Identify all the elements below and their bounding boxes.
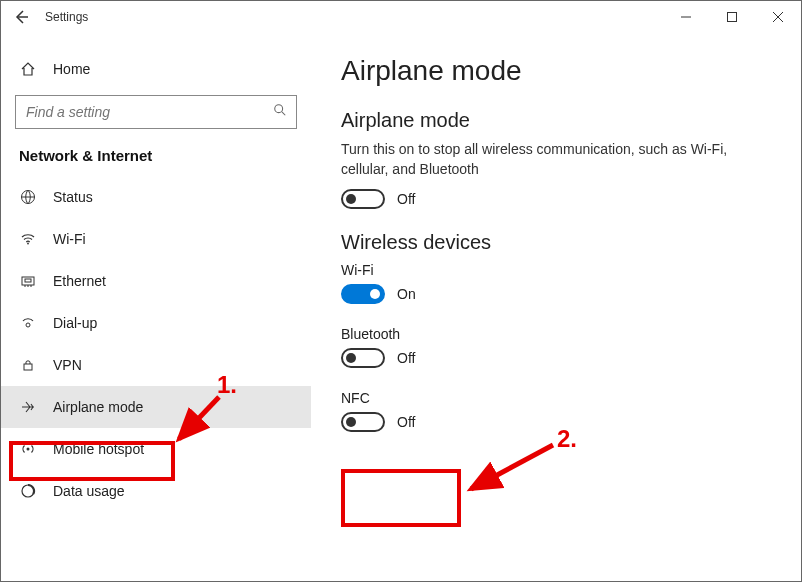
- bluetooth-label: Bluetooth: [341, 326, 771, 342]
- home-button[interactable]: Home: [1, 49, 311, 89]
- nav-label: Status: [53, 189, 93, 205]
- nav-label: Ethernet: [53, 273, 106, 289]
- airplane-description: Turn this on to stop all wireless commun…: [341, 140, 741, 179]
- section-wireless-title: Wireless devices: [341, 231, 771, 254]
- svg-point-8: [27, 448, 30, 451]
- nav-label: Dial-up: [53, 315, 97, 331]
- airplane-toggle[interactable]: [341, 189, 385, 209]
- nav-label: Airplane mode: [53, 399, 143, 415]
- svg-rect-7: [24, 364, 32, 370]
- nav-item-status[interactable]: Status: [1, 176, 311, 218]
- wifi-toggle[interactable]: [341, 284, 385, 304]
- nav-label: Wi-Fi: [53, 231, 86, 247]
- bluetooth-toggle-state: Off: [397, 350, 415, 366]
- arrow-left-icon: [13, 9, 29, 25]
- svg-rect-4: [22, 277, 34, 285]
- wifi-label: Wi-Fi: [341, 262, 771, 278]
- nfc-toggle-state: Off: [397, 414, 415, 430]
- vpn-icon: [19, 357, 37, 373]
- nav-item-mobile-hotspot[interactable]: Mobile hotspot: [1, 428, 311, 470]
- airplane-toggle-state: Off: [397, 191, 415, 207]
- svg-rect-0: [728, 13, 737, 22]
- window-title: Settings: [41, 10, 88, 24]
- maximize-icon: [727, 12, 737, 22]
- bluetooth-toggle[interactable]: [341, 348, 385, 368]
- hotspot-icon: [19, 441, 37, 457]
- minimize-button[interactable]: [663, 1, 709, 33]
- nfc-label: NFC: [341, 390, 771, 406]
- nav-item-data-usage[interactable]: Data usage: [1, 470, 311, 512]
- wifi-toggle-state: On: [397, 286, 416, 302]
- close-icon: [773, 12, 783, 22]
- wifi-icon: [19, 231, 37, 247]
- nfc-toggle-row: Off: [341, 412, 771, 432]
- back-button[interactable]: [1, 9, 41, 25]
- airplane-toggle-row: Off: [341, 189, 771, 209]
- nfc-toggle[interactable]: [341, 412, 385, 432]
- title-bar: Settings: [1, 1, 801, 33]
- svg-point-6: [26, 323, 30, 327]
- airplane-icon: [19, 399, 37, 415]
- search-wrapper: [15, 95, 297, 129]
- maximize-button[interactable]: [709, 1, 755, 33]
- data-usage-icon: [19, 483, 37, 499]
- sidebar: Home Network & Internet Status Wi-Fi Eth…: [1, 33, 311, 581]
- section-airplane-title: Airplane mode: [341, 109, 771, 132]
- home-icon: [19, 61, 37, 77]
- nav-label: VPN: [53, 357, 82, 373]
- svg-point-1: [275, 105, 283, 113]
- window-controls: [663, 1, 801, 33]
- globe-icon: [19, 189, 37, 205]
- nav-label: Data usage: [53, 483, 125, 499]
- dialup-icon: [19, 315, 37, 331]
- minimize-icon: [681, 12, 691, 22]
- nav-item-ethernet[interactable]: Ethernet: [1, 260, 311, 302]
- nav-item-dialup[interactable]: Dial-up: [1, 302, 311, 344]
- svg-point-3: [27, 243, 29, 245]
- category-title: Network & Internet: [1, 139, 311, 176]
- page-title: Airplane mode: [341, 55, 771, 87]
- home-label: Home: [53, 61, 90, 77]
- close-button[interactable]: [755, 1, 801, 33]
- nav-item-airplane-mode[interactable]: Airplane mode: [1, 386, 311, 428]
- search-icon: [273, 103, 287, 121]
- nav-label: Mobile hotspot: [53, 441, 144, 457]
- content-area: Airplane mode Airplane mode Turn this on…: [311, 33, 801, 581]
- nav-list: Status Wi-Fi Ethernet Dial-up VPN Airpla…: [1, 176, 311, 512]
- search-input[interactable]: [15, 95, 297, 129]
- nav-item-vpn[interactable]: VPN: [1, 344, 311, 386]
- ethernet-icon: [19, 273, 37, 289]
- nav-item-wifi[interactable]: Wi-Fi: [1, 218, 311, 260]
- bluetooth-toggle-row: Off: [341, 348, 771, 368]
- wifi-toggle-row: On: [341, 284, 771, 304]
- svg-rect-5: [25, 279, 31, 282]
